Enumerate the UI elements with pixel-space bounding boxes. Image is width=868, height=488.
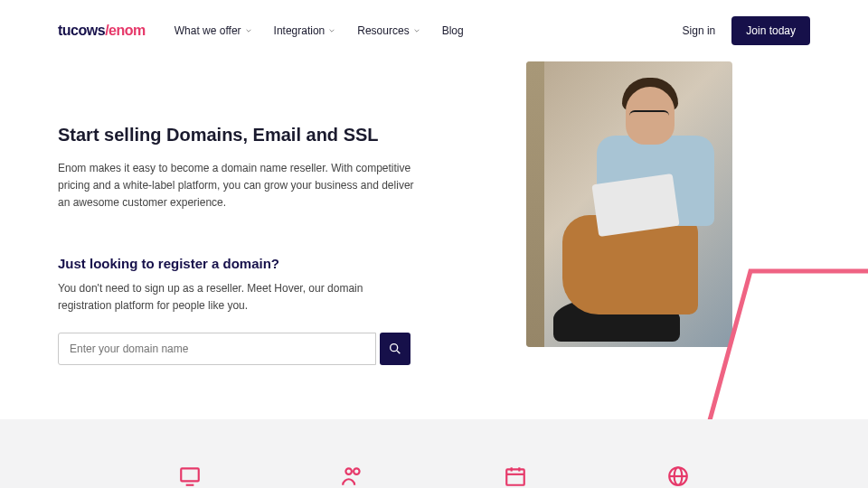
logo[interactable]: tucows/enom — [58, 23, 146, 39]
nav-integration[interactable]: Integration — [274, 24, 336, 37]
calendar-icon — [504, 465, 527, 488]
svg-rect-6 — [506, 469, 524, 484]
nav-resources[interactable]: Resources — [357, 24, 420, 37]
chevron-down-icon — [413, 27, 420, 34]
hero-subdescription: You don't need to sign up as a reseller.… — [58, 280, 419, 314]
search-icon — [388, 342, 402, 356]
nav-label: Resources — [357, 24, 409, 37]
svg-rect-2 — [181, 468, 199, 481]
hero-description: Enom makes it easy to become a domain na… — [58, 160, 419, 212]
nav-label: Integration — [274, 24, 326, 37]
join-button[interactable]: Join today — [731, 16, 810, 45]
nav-blog[interactable]: Blog — [442, 24, 464, 37]
svg-point-5 — [354, 468, 360, 474]
main-nav: What we offer Integration Resources Blog — [175, 24, 464, 37]
search-button[interactable] — [380, 333, 410, 365]
svg-point-0 — [391, 344, 398, 352]
hero-title: Start selling Domains, Email and SSL — [58, 125, 419, 145]
nav-label: What we offer — [175, 24, 241, 37]
nav-label: Blog — [442, 24, 464, 37]
domain-input[interactable] — [58, 333, 376, 365]
logo-tucows: tucows — [58, 23, 105, 39]
screen-icon — [178, 465, 202, 488]
signin-link[interactable]: Sign in — [683, 24, 716, 37]
people-icon — [341, 465, 364, 488]
chevron-down-icon — [245, 27, 252, 34]
chevron-down-icon — [328, 27, 335, 34]
hero-subtitle: Just looking to register a domain? — [58, 256, 419, 271]
features-section — [0, 419, 868, 488]
svg-point-4 — [345, 468, 352, 474]
logo-enom: enom — [108, 23, 146, 39]
svg-line-1 — [397, 351, 400, 353]
domain-search — [58, 333, 410, 365]
globe-icon — [666, 465, 690, 488]
nav-what-we-offer[interactable]: What we offer — [175, 24, 252, 37]
